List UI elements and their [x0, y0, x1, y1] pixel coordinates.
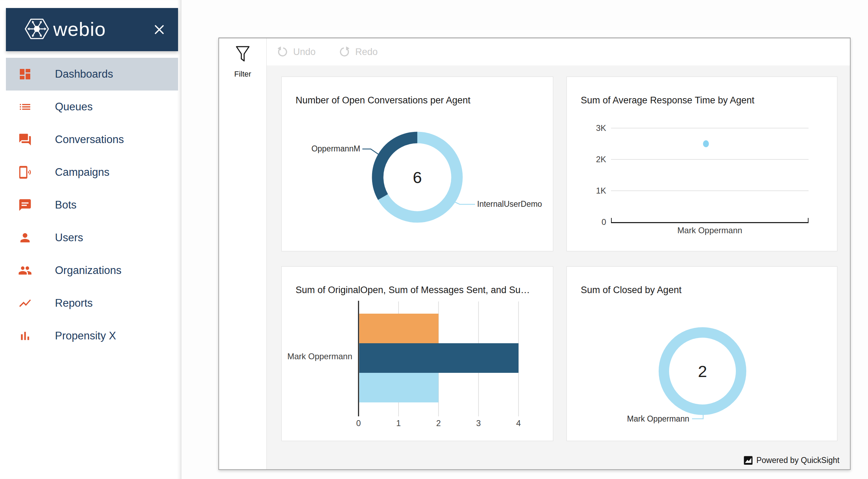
- x-tick-label: 3: [476, 418, 481, 428]
- chat-lines-icon: [18, 198, 32, 212]
- sidebar-item-users[interactable]: Users: [6, 221, 178, 254]
- webio-logo-icon: [24, 18, 50, 41]
- card-closed-by-agent: Sum of Closed by Agent Mark Oppermann2: [566, 266, 837, 441]
- filter-label: Filter: [234, 70, 251, 79]
- slice-label: InternalUserDemo: [477, 199, 542, 209]
- bar-chart-icon: [18, 329, 32, 343]
- card-open-conversations: Number of Open Conversations per Agent I…: [281, 77, 553, 251]
- powered-by-label: Powered by QuickSight: [756, 456, 839, 465]
- sidebar-item-dashboards[interactable]: Dashboards: [6, 58, 178, 91]
- sidebar-nav: DashboardsQueuesConversationsCampaignsBo…: [0, 58, 182, 352]
- x-tick-label: 0: [356, 418, 361, 428]
- sidebar-item-label: Propensity X: [55, 330, 116, 342]
- sidebar-item-queues[interactable]: Queues: [6, 91, 178, 123]
- card-sums-bar: Sum of OriginalOpen, Sum of Messages Sen…: [281, 266, 553, 441]
- card-avg-response-time: Sum of Average Response Time by Agent 01…: [566, 77, 837, 251]
- chart-title: Sum of Closed by Agent: [581, 285, 682, 296]
- sidebar-item-propensity-x[interactable]: Propensity X: [6, 320, 178, 352]
- y-tick-label: 1K: [596, 186, 606, 195]
- close-icon[interactable]: [152, 23, 166, 37]
- dashboard-panel: Filter Undo Redo Number of Open Conversa…: [218, 38, 851, 470]
- person-icon: [18, 231, 32, 245]
- redo-button[interactable]: Redo: [339, 46, 378, 58]
- sidebar-item-label: Reports: [55, 297, 93, 309]
- phone-ring-icon: [18, 165, 32, 179]
- sidebar-item-conversations[interactable]: Conversations: [6, 123, 178, 156]
- dashboard-content: Number of Open Conversations per Agent I…: [267, 65, 850, 469]
- brand-header: webio: [6, 8, 178, 51]
- scatter-point: [703, 140, 709, 147]
- label-leader-line: [362, 149, 378, 154]
- sidebar-item-label: Organizations: [55, 264, 121, 277]
- sidebar-item-label: Dashboards: [55, 68, 113, 80]
- y-tick-label: 3K: [596, 123, 606, 133]
- brand-name: webio: [53, 18, 106, 40]
- sidebar-item-label: Queues: [55, 101, 93, 113]
- x-category-label: Mark Oppermann: [677, 226, 742, 235]
- x-tick-label: 2: [436, 418, 441, 428]
- trend-line-icon: [18, 296, 32, 310]
- toolbar: Undo Redo: [267, 38, 850, 65]
- bar-segment: [359, 343, 519, 373]
- sidebar-item-campaigns[interactable]: Campaigns: [6, 156, 178, 189]
- chart-title: Number of Open Conversations per Agent: [296, 95, 471, 106]
- slice-label: Mark Oppermann: [627, 414, 689, 423]
- donut-center-value: 6: [413, 168, 422, 187]
- undo-label: Undo: [293, 47, 316, 57]
- x-tick-label: 4: [516, 418, 521, 428]
- y-tick-label: 2K: [596, 155, 606, 164]
- sidebar-item-label: Campaigns: [55, 166, 110, 179]
- redo-arrow-icon: [339, 46, 351, 58]
- slice-label: OppermannM: [311, 144, 360, 153]
- chat-bubbles-icon: [18, 133, 32, 147]
- sidebar-item-bots[interactable]: Bots: [6, 189, 178, 221]
- y-tick-label: 0: [602, 217, 606, 227]
- y-category-label: Mark Oppermann: [287, 352, 352, 361]
- redo-label: Redo: [355, 47, 378, 57]
- funnel-icon: [234, 45, 251, 65]
- sidebar: webio DashboardsQueuesConversationsCampa…: [0, 0, 182, 479]
- x-tick-label: 1: [396, 418, 401, 428]
- sidebar-item-label: Users: [55, 231, 83, 244]
- undo-button[interactable]: Undo: [276, 46, 316, 58]
- quicksight-logo: [744, 456, 753, 465]
- chart-title: Sum of Average Response Time by Agent: [581, 95, 754, 106]
- donut-center-value: 2: [698, 362, 707, 380]
- people-icon: [18, 264, 32, 277]
- sidebar-item-organizations[interactable]: Organizations: [6, 254, 178, 287]
- sidebar-item-reports[interactable]: Reports: [6, 287, 178, 320]
- sidebar-item-label: Conversations: [55, 133, 124, 146]
- filter-button[interactable]: Filter: [219, 38, 267, 469]
- list-icon: [18, 100, 32, 114]
- bar-segment: [359, 373, 439, 402]
- powered-by-quicksight[interactable]: Powered by QuickSight: [744, 456, 839, 465]
- chart-title: Sum of OriginalOpen, Sum of Messages Sen…: [296, 285, 530, 296]
- bar-segment: [359, 314, 439, 343]
- dashboard-grid-icon: [18, 67, 32, 81]
- donut-slice: [378, 138, 417, 197]
- sidebar-item-label: Bots: [55, 199, 77, 211]
- undo-arrow-icon: [276, 46, 288, 58]
